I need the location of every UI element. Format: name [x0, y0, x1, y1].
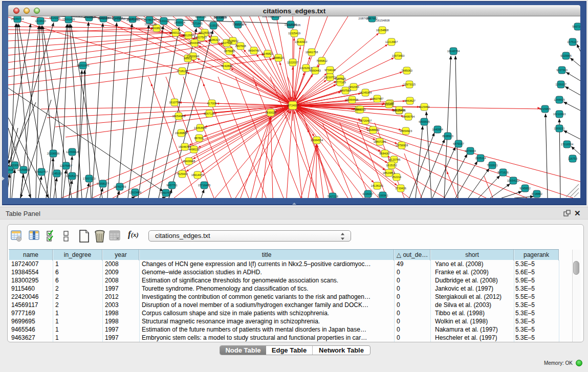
- svg-text:2087682: 2087682: [358, 17, 371, 20]
- svg-text:4498222: 4498222: [188, 148, 199, 151]
- svg-text:2718120: 2718120: [177, 70, 187, 73]
- svg-text:20364436: 20364436: [346, 98, 358, 101]
- svg-text:9463627: 9463627: [404, 99, 415, 102]
- svg-text:16671355: 16671355: [126, 18, 140, 21]
- svg-text:8813054: 8813054: [262, 16, 274, 18]
- svg-text:17957223: 17957223: [83, 177, 95, 180]
- svg-text:1322037: 1322037: [287, 61, 298, 64]
- svg-text:887831: 887831: [194, 137, 204, 140]
- svg-text:14353594: 14353594: [194, 126, 206, 129]
- svg-text:1610755: 1610755: [169, 101, 180, 104]
- svg-text:7625402: 7625402: [177, 172, 187, 176]
- svg-text:2967608: 2967608: [235, 45, 246, 48]
- svg-text:10973493: 10973493: [392, 54, 404, 57]
- svg-text:7357274: 7357274: [234, 23, 247, 26]
- svg-text:12156802: 12156802: [17, 168, 30, 171]
- svg-text:29053346: 29053346: [77, 64, 89, 67]
- svg-text:5614226: 5614226: [49, 16, 60, 19]
- svg-text:7955812: 7955812: [316, 59, 327, 62]
- svg-text:4668136: 4668136: [195, 16, 206, 18]
- svg-text:5667265: 5667265: [572, 25, 580, 28]
- svg-text:6899695: 6899695: [419, 120, 429, 123]
- svg-text:8990443: 8990443: [310, 69, 320, 72]
- svg-text:23226058: 23226058: [199, 31, 211, 34]
- svg-text:16154808: 16154808: [376, 19, 390, 22]
- svg-text:1640954: 1640954: [432, 128, 443, 131]
- svg-text:9245652: 9245652: [519, 187, 530, 190]
- svg-text:1209337: 1209337: [555, 83, 566, 86]
- svg-text:7663822: 7663822: [151, 27, 162, 30]
- svg-text:12923486: 12923486: [129, 191, 141, 194]
- svg-text:15409948: 15409948: [183, 160, 195, 163]
- svg-text:24055714: 24055714: [11, 17, 24, 20]
- svg-text:8938923: 8938923: [442, 135, 453, 138]
- svg-text:7986372: 7986372: [355, 108, 365, 111]
- svg-text:9777169: 9777169: [335, 81, 345, 84]
- svg-text:18724007: 18724007: [287, 104, 299, 107]
- svg-text:18654923: 18654923: [400, 129, 412, 133]
- svg-text:13640910: 13640910: [295, 40, 307, 43]
- svg-text:13495794: 13495794: [402, 115, 415, 118]
- svg-text:6466160: 6466160: [99, 16, 111, 19]
- svg-text:10958177: 10958177: [97, 182, 109, 185]
- svg-text:7485063: 7485063: [401, 69, 412, 72]
- svg-text:1733426: 1733426: [395, 187, 406, 190]
- svg-text:14136141: 14136141: [371, 184, 383, 187]
- svg-text:16782759: 16782759: [114, 185, 126, 188]
- svg-text:1569231: 1569231: [554, 127, 564, 130]
- svg-text:2935114: 2935114: [475, 157, 486, 160]
- svg-text:16914479: 16914479: [191, 173, 204, 177]
- svg-text:1533224: 1533224: [158, 19, 169, 23]
- svg-text:12973115: 12973115: [403, 83, 416, 86]
- svg-text:4226067: 4226067: [362, 192, 373, 195]
- svg-text:9684067: 9684067: [379, 152, 390, 155]
- svg-text:12505175: 12505175: [66, 174, 78, 178]
- svg-text:1830029: 1830029: [265, 111, 276, 114]
- svg-text:1588520: 1588520: [273, 56, 284, 59]
- svg-text:15720407: 15720407: [359, 119, 372, 122]
- svg-text:16648784: 16648784: [447, 50, 460, 53]
- svg-text:10025436: 10025436: [393, 108, 405, 112]
- svg-text:12359914: 12359914: [66, 150, 78, 154]
- svg-text:1145193: 1145193: [51, 172, 62, 175]
- svg-text:16245344: 16245344: [359, 91, 372, 94]
- svg-text:7067228: 7067228: [327, 195, 338, 198]
- svg-text:7515536: 7515536: [208, 24, 219, 27]
- svg-text:11325419: 11325419: [288, 32, 300, 35]
- svg-text:9327503: 9327503: [195, 36, 206, 39]
- svg-text:6497568: 6497568: [340, 89, 351, 92]
- svg-text:9146821: 9146821: [262, 52, 273, 55]
- svg-text:8078673: 8078673: [144, 18, 155, 21]
- svg-text:17016504: 17016504: [561, 143, 573, 146]
- svg-text:1527602: 1527602: [84, 16, 96, 18]
- svg-text:8912954: 8912954: [183, 34, 193, 37]
- svg-text:16961758: 16961758: [306, 51, 318, 54]
- svg-text:12975857: 12975857: [60, 164, 72, 167]
- svg-text:3728882: 3728882: [531, 192, 542, 195]
- svg-text:3915161: 3915161: [8, 168, 15, 171]
- svg-text:9327508: 9327508: [221, 41, 232, 45]
- svg-text:8471626: 8471626: [497, 171, 508, 174]
- svg-text:8454749: 8454749: [248, 49, 259, 52]
- svg-text:2166941: 2166941: [377, 194, 388, 197]
- svg-text:8186323: 8186323: [209, 38, 220, 41]
- svg-text:16033809: 16033809: [213, 16, 227, 19]
- svg-text:7515536: 7515536: [144, 23, 157, 26]
- svg-text:10654112: 10654112: [507, 179, 519, 182]
- svg-text:7462066: 7462066: [348, 85, 359, 89]
- svg-text:1615152: 1615152: [386, 164, 397, 167]
- svg-text:9734028: 9734028: [324, 69, 335, 72]
- svg-text:417006: 417006: [207, 102, 216, 105]
- svg-text:15716485: 15716485: [198, 184, 210, 187]
- svg-text:16154808: 16154808: [376, 29, 388, 32]
- svg-text:8660124: 8660124: [170, 31, 181, 34]
- svg-text:16210693: 16210693: [553, 113, 565, 116]
- svg-text:1575107: 1575107: [567, 40, 578, 43]
- svg-text:6879197: 6879197: [453, 142, 464, 145]
- svg-text:9474444: 9474444: [465, 149, 475, 152]
- svg-text:2571945: 2571945: [191, 22, 202, 25]
- svg-text:9457791: 9457791: [166, 184, 177, 187]
- svg-text:10853267: 10853267: [71, 16, 84, 17]
- svg-text:16543362: 16543362: [188, 41, 201, 45]
- svg-text:19166822: 19166822: [175, 132, 187, 135]
